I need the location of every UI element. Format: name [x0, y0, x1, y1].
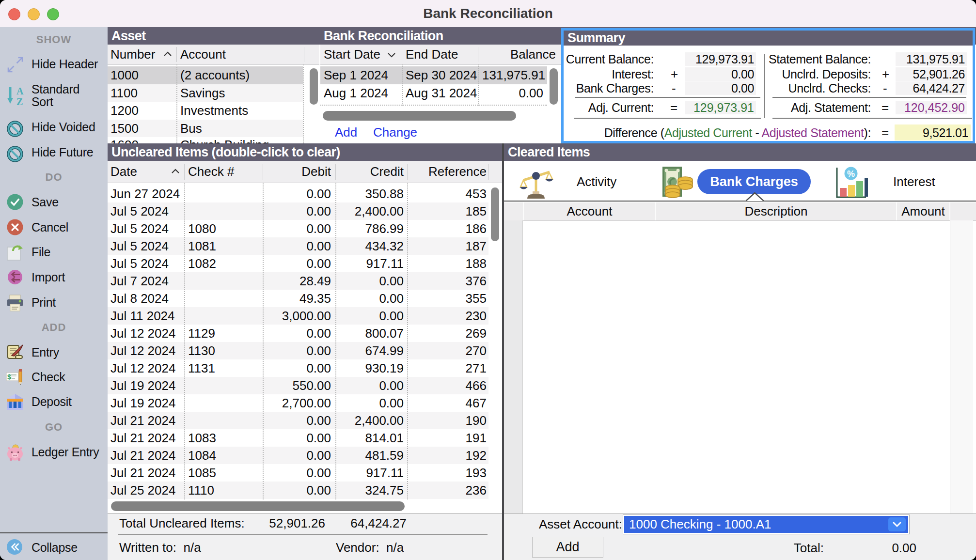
svg-text:A: A: [16, 86, 24, 96]
svg-text:Z: Z: [16, 96, 23, 106]
svg-text:$: $: [7, 373, 12, 381]
svg-text:%: %: [847, 169, 855, 179]
